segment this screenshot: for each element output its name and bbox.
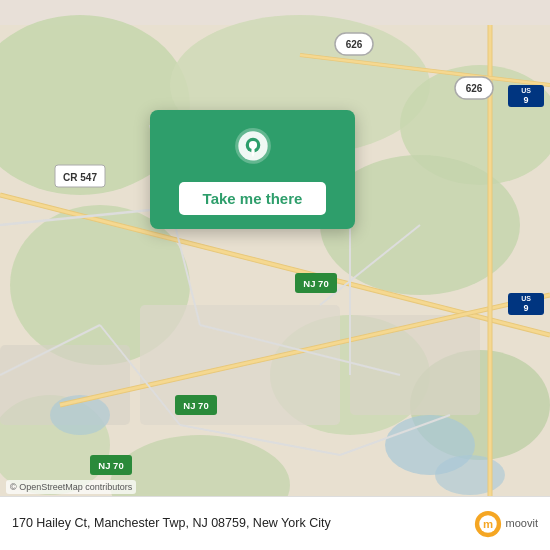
bottom-bar: 170 Hailey Ct, Manchester Twp, NJ 08759,… [0,496,550,550]
location-card: Take me there [150,110,355,229]
svg-text:NJ 70: NJ 70 [183,400,208,411]
svg-text:9: 9 [523,303,528,313]
svg-text:9: 9 [523,95,528,105]
svg-rect-11 [350,315,480,415]
osm-credit-text: © OpenStreetMap contributors [10,482,132,492]
moovit-icon: m [474,510,502,538]
svg-text:NJ 70: NJ 70 [303,278,328,289]
svg-text:CR 547: CR 547 [63,172,97,183]
svg-text:US: US [521,295,531,302]
address-text: 170 Hailey Ct, Manchester Twp, NJ 08759,… [12,515,464,533]
map-container: CR 547 NJ 70 NJ 70 NJ 70 US 9 US 9 626 6… [0,0,550,550]
moovit-logo: m moovit [474,510,538,538]
osm-credit: © OpenStreetMap contributors [6,480,136,494]
take-me-there-button[interactable]: Take me there [179,182,327,215]
svg-text:626: 626 [346,39,363,50]
map-pin-icon [231,128,275,172]
moovit-text-label: moovit [506,517,538,529]
svg-point-14 [435,455,505,495]
svg-text:NJ 70: NJ 70 [98,460,123,471]
svg-text:US: US [521,87,531,94]
moovit-brand: moovit [506,517,538,529]
svg-text:m: m [483,518,493,530]
map-background: CR 547 NJ 70 NJ 70 NJ 70 US 9 US 9 626 6… [0,0,550,550]
svg-text:626: 626 [466,83,483,94]
